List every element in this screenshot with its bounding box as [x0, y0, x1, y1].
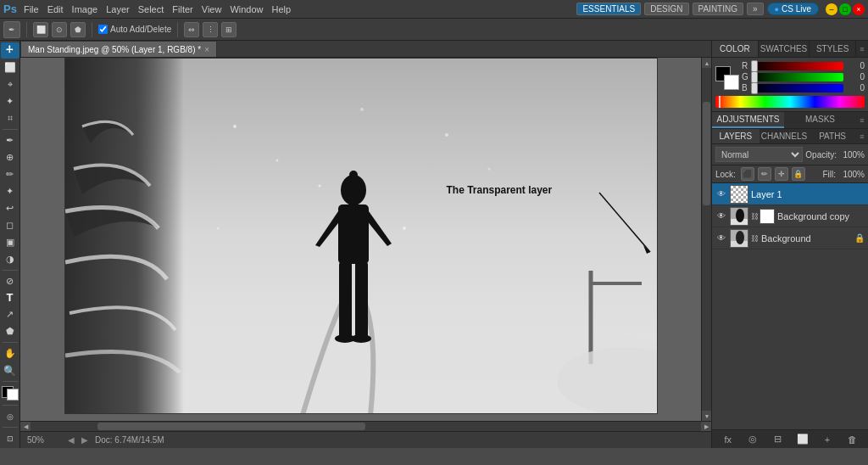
- cs-live-button[interactable]: ● CS Live: [767, 3, 819, 15]
- color-fg-bg-swatches[interactable]: [715, 66, 739, 90]
- fg-bg-colors[interactable]: [2, 386, 19, 401]
- layer-mask-btn[interactable]: ◎: [745, 432, 760, 447]
- workspace-design[interactable]: DESIGN: [644, 3, 688, 15]
- layers-panel-close[interactable]: ≡: [856, 129, 868, 143]
- blue-slider-thumb[interactable]: [751, 82, 758, 94]
- blend-mode-select[interactable]: Normal: [715, 147, 803, 162]
- background-swatch[interactable]: [724, 75, 739, 90]
- green-slider-track[interactable]: [751, 73, 843, 81]
- green-slider-thumb[interactable]: [751, 71, 758, 83]
- auto-add-delete-input[interactable]: [98, 25, 108, 34]
- gradient-tool[interactable]: ▣: [1, 234, 19, 250]
- document-tab[interactable]: Man Standing.jpeg @ 50% (Layer 1, RGB/8)…: [20, 41, 217, 57]
- scroll-thumb-vertical[interactable]: [703, 102, 710, 204]
- background-color[interactable]: [7, 389, 19, 401]
- layer-bgcopy-visibility[interactable]: 👁: [715, 210, 727, 222]
- options-distribute-btn[interactable]: ⋮: [203, 22, 218, 37]
- shape-tool[interactable]: ⬟: [1, 323, 19, 339]
- zoom-tool[interactable]: 🔍: [1, 362, 19, 378]
- lock-pixels-btn[interactable]: ✏: [758, 167, 771, 181]
- menu-view[interactable]: View: [202, 4, 222, 14]
- layer-bg-visibility[interactable]: 👁: [715, 232, 727, 244]
- workspace-more[interactable]: »: [747, 3, 764, 15]
- adjustments-panel-close[interactable]: ≡: [856, 112, 868, 128]
- window-close[interactable]: ×: [853, 3, 865, 15]
- red-slider-track[interactable]: [751, 62, 843, 70]
- color-panel-close[interactable]: ≡: [856, 41, 868, 57]
- canvas-frame[interactable]: The Transparent layer: [64, 58, 658, 414]
- options-arrange-btn[interactable]: ⊞: [221, 22, 236, 37]
- hand-tool[interactable]: ✋: [1, 345, 19, 361]
- options-circle-btn[interactable]: ⊙: [52, 22, 67, 37]
- canvas-scrollbar-horizontal[interactable]: ◀ ▶: [20, 421, 711, 431]
- lock-all-btn[interactable]: 🔒: [792, 167, 805, 181]
- history-brush-tool[interactable]: ↩: [1, 200, 19, 216]
- auto-add-delete-checkbox[interactable]: Auto Add/Delete: [98, 25, 171, 34]
- tab-close-btn[interactable]: ×: [204, 45, 209, 54]
- scroll-down-arrow[interactable]: ▼: [702, 411, 711, 421]
- scroll-thumb-horizontal[interactable]: [97, 423, 365, 430]
- quick-mask-tool[interactable]: ◎: [1, 408, 19, 424]
- layer-group-btn[interactable]: ⬜: [795, 432, 810, 447]
- color-tab[interactable]: COLOR: [712, 41, 759, 57]
- layer-item-background[interactable]: 👁 ⛓ Background 🔒: [712, 227, 868, 249]
- pen-tool-icon[interactable]: ✒: [3, 21, 20, 38]
- window-minimize[interactable]: –: [826, 3, 837, 15]
- color-spectrum[interactable]: [715, 96, 865, 108]
- eyedropper-tool[interactable]: ✒: [1, 132, 19, 148]
- menu-filter[interactable]: Filter: [172, 4, 192, 14]
- workspace-painting[interactable]: PAINTING: [693, 3, 743, 15]
- lasso-tool[interactable]: ⌖: [1, 76, 19, 92]
- options-path-btn[interactable]: ⬜: [33, 22, 48, 37]
- eraser-tool[interactable]: ◻: [1, 217, 19, 233]
- path-select-tool[interactable]: ↗: [1, 306, 19, 322]
- status-right-arrow[interactable]: ▶: [81, 435, 88, 445]
- layer-1-visibility[interactable]: 👁: [715, 188, 727, 200]
- menu-edit[interactable]: Edit: [47, 4, 64, 14]
- menu-help[interactable]: Help: [272, 4, 292, 14]
- menu-window[interactable]: Window: [230, 4, 263, 14]
- menu-image[interactable]: Image: [72, 4, 98, 14]
- swatches-tab[interactable]: SWATCHES: [759, 41, 810, 57]
- layer-new-btn[interactable]: +: [820, 432, 835, 447]
- layer-delete-btn[interactable]: 🗑: [844, 432, 860, 447]
- clone-stamp-tool[interactable]: ✦: [1, 183, 19, 199]
- status-left-arrow[interactable]: ◀: [68, 435, 75, 445]
- scroll-up-arrow[interactable]: ▲: [702, 58, 711, 68]
- svg-point-30: [736, 231, 744, 244]
- spot-heal-tool[interactable]: ⊕: [1, 149, 19, 165]
- layer-item-1[interactable]: 👁 Layer 1: [712, 183, 868, 205]
- dodge-tool[interactable]: ◑: [1, 251, 19, 267]
- layer-fx-btn[interactable]: fx: [721, 432, 736, 447]
- workspace-essentials[interactable]: ESSENTIALS: [576, 3, 641, 15]
- adjustments-tab[interactable]: ADJUSTMENTS: [712, 112, 784, 128]
- lock-transparency-btn[interactable]: ⬛: [741, 167, 754, 181]
- menu-file[interactable]: File: [24, 4, 39, 14]
- marquee-tool[interactable]: ⬜: [1, 59, 19, 76]
- lock-position-btn[interactable]: ✛: [775, 167, 788, 181]
- brush-tool[interactable]: ✏: [1, 166, 19, 182]
- crop-tool[interactable]: ⌗: [1, 110, 19, 126]
- paths-tab[interactable]: PATHS: [809, 129, 856, 143]
- options-poly-btn[interactable]: ⬟: [70, 22, 86, 37]
- layer-item-background-copy[interactable]: 👁 ⛓ Background copy: [712, 205, 868, 227]
- quick-select-tool[interactable]: ✦: [1, 93, 19, 109]
- masks-tab[interactable]: MASKS: [784, 112, 856, 128]
- layer-adjustment-btn[interactable]: ⊟: [770, 432, 785, 447]
- channels-tab[interactable]: CHANNELS: [760, 129, 809, 143]
- pen-tool[interactable]: ⊘: [1, 273, 19, 289]
- screen-mode-btn[interactable]: ⊡: [1, 430, 19, 446]
- menu-select[interactable]: Select: [138, 4, 164, 14]
- canvas-scrollbar-vertical[interactable]: ▲ ▼: [701, 58, 711, 421]
- scroll-track-vertical[interactable]: [702, 68, 711, 411]
- layers-tab[interactable]: LAYERS: [712, 129, 760, 143]
- red-slider-thumb[interactable]: [751, 60, 758, 72]
- options-align-btn[interactable]: ⇔: [184, 22, 199, 37]
- styles-tab[interactable]: STYLES: [810, 41, 856, 57]
- menu-layer[interactable]: Layer: [106, 4, 130, 14]
- text-tool[interactable]: T: [1, 290, 19, 306]
- window-maximize[interactable]: □: [839, 3, 851, 15]
- move-tool[interactable]: [1, 42, 19, 59]
- scroll-track-horizontal[interactable]: [31, 422, 701, 431]
- blue-slider-track[interactable]: [751, 84, 843, 92]
